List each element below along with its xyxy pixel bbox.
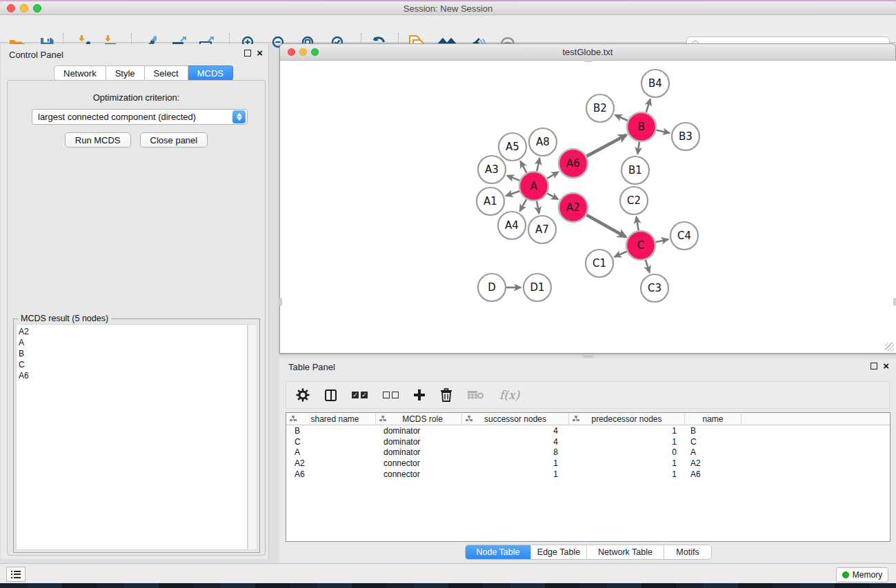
graph-edge[interactable] <box>637 142 639 154</box>
result-item[interactable]: A <box>19 337 247 348</box>
cell-name: B <box>685 426 741 436</box>
table-row[interactable]: A dominator 8 0 A <box>286 447 890 458</box>
graph-edge[interactable] <box>537 201 539 214</box>
network-hscroll-thumb[interactable] <box>583 354 594 358</box>
tab-network[interactable]: Network <box>54 65 106 81</box>
network-graph[interactable]: B4B2BB3A5A8A6A3B1AA1C2A2A4A7C4CC1DD1C3 <box>281 61 896 353</box>
graph-edge[interactable] <box>547 172 558 179</box>
table-panel-title: Table Panel <box>288 362 335 372</box>
result-item[interactable]: A2 <box>19 326 247 337</box>
graph-edge[interactable] <box>547 194 558 200</box>
svg-text:C4: C4 <box>677 230 691 242</box>
graph-edge[interactable] <box>646 99 650 112</box>
result-scrollbar[interactable] <box>248 324 257 550</box>
graph-node-C2[interactable]: C2 <box>620 187 648 214</box>
graph-node-C4[interactable]: C4 <box>670 222 698 250</box>
float-panel-icon[interactable] <box>244 50 251 57</box>
pan-handle-right[interactable] <box>893 298 896 306</box>
delete-column-button[interactable] <box>440 388 452 402</box>
create-column-button[interactable] <box>414 389 425 401</box>
graph-edge[interactable] <box>615 115 628 121</box>
graph-edge[interactable] <box>537 159 539 172</box>
pan-handle-left[interactable] <box>279 298 282 306</box>
graph-edge[interactable] <box>615 252 627 257</box>
network-window-titlebar[interactable]: testGlobe.txt <box>280 44 895 61</box>
tab-node-table[interactable]: Node Table <box>466 545 531 559</box>
tab-network-table[interactable]: Network Table <box>587 545 664 559</box>
svg-text:A: A <box>530 180 538 192</box>
graph-node-B4[interactable]: B4 <box>641 70 669 97</box>
memory-button[interactable]: Memory <box>836 567 888 582</box>
graph-edge[interactable] <box>656 239 668 242</box>
graph-node-A1[interactable]: A1 <box>477 187 504 215</box>
cell-successors: 4 <box>462 426 569 436</box>
cell-mcds-role: connector <box>376 469 462 479</box>
graph-edge[interactable] <box>657 130 670 133</box>
graph-node-B3[interactable]: B3 <box>672 123 699 150</box>
status-bar: Memory <box>0 563 896 583</box>
column-header-mcds-role[interactable]: MCDS role <box>376 413 462 425</box>
graph-edge[interactable] <box>507 176 519 181</box>
graph-node-A7[interactable]: A7 <box>528 216 556 243</box>
graph-edge[interactable] <box>646 260 650 272</box>
tab-style[interactable]: Style <box>106 65 145 81</box>
graph-node-A3[interactable]: A3 <box>478 156 506 183</box>
pan-handle-top[interactable] <box>584 59 593 62</box>
table-tabs: Node Table Edge Table Network Table Moti… <box>465 545 712 560</box>
graph-node-C[interactable]: C <box>626 231 655 260</box>
column-header-successor-nodes[interactable]: successor nodes <box>462 413 569 425</box>
graph-edge[interactable] <box>586 135 626 156</box>
graph-node-B1[interactable]: B1 <box>621 156 649 184</box>
mcds-result-list[interactable]: A2 A B C A6 <box>16 324 248 550</box>
run-mcds-button[interactable]: Run MCDS <box>65 132 131 148</box>
graph-node-C1[interactable]: C1 <box>586 250 613 277</box>
graph-node-D[interactable]: D <box>478 274 506 301</box>
table-row[interactable]: A6 connector 1 1 A6 <box>286 469 890 480</box>
close-panel-button[interactable]: Close panel <box>140 132 208 148</box>
graph-node-B[interactable]: B <box>627 112 656 141</box>
column-header-filler <box>741 413 890 425</box>
graph-node-A4[interactable]: A4 <box>498 212 526 239</box>
graph-node-D1[interactable]: D1 <box>524 274 551 301</box>
tab-edge-table[interactable]: Edge Table <box>531 545 587 559</box>
svg-text:A4: A4 <box>505 219 519 232</box>
close-panel-icon[interactable]: × <box>257 50 263 57</box>
close-table-panel-icon[interactable]: × <box>883 363 889 369</box>
result-item[interactable]: C <box>19 359 247 370</box>
graph-edge[interactable] <box>506 191 520 196</box>
graph-edge[interactable] <box>521 161 527 173</box>
graph-node-C3[interactable]: C3 <box>641 274 668 302</box>
cell-successors: 1 <box>462 469 569 479</box>
result-item[interactable]: B <box>19 348 247 359</box>
tab-select[interactable]: Select <box>145 65 188 81</box>
column-header-shared-name[interactable]: shared name <box>286 413 376 425</box>
graph-edge[interactable] <box>520 199 527 211</box>
node-table[interactable]: shared name MCDS role successor nodes pr… <box>286 412 890 542</box>
table-row[interactable]: C dominator 4 1 C <box>286 436 890 447</box>
graph-edge[interactable] <box>637 217 639 231</box>
cell-mcds-role: dominator <box>376 426 462 436</box>
column-header-name[interactable]: name <box>685 413 741 425</box>
graph-node-B2[interactable]: B2 <box>586 94 614 122</box>
unselect-all-columns-button[interactable] <box>383 392 399 398</box>
graph-node-A5[interactable]: A5 <box>499 133 526 161</box>
graph-edge[interactable] <box>586 215 626 237</box>
column-browse-button[interactable] <box>325 389 337 401</box>
criterion-select[interactable]: largest connected component (directed) <box>32 109 248 125</box>
graph-node-A[interactable]: A <box>519 172 548 201</box>
network-canvas[interactable]: B4B2BB3A5A8A6A3B1AA1C2A2A4A7C4CC1DD1C3 <box>281 61 896 353</box>
graph-node-A8[interactable]: A8 <box>529 128 557 156</box>
tab-motifs[interactable]: Motifs <box>664 545 711 559</box>
graph-node-A6[interactable]: A6 <box>559 149 588 178</box>
column-header-predecessor-nodes[interactable]: predecessor nodes <box>569 413 685 425</box>
graph-node-A2[interactable]: A2 <box>559 193 588 222</box>
tab-mcds[interactable]: MCDS <box>188 65 233 81</box>
table-row[interactable]: B dominator 4 1 B <box>286 425 890 436</box>
select-all-columns-button[interactable]: ✓ ✓ <box>352 392 368 398</box>
table-row[interactable]: A2 connector 1 1 A2 <box>286 458 890 469</box>
show-panels-button[interactable] <box>6 567 26 582</box>
float-table-panel-icon[interactable] <box>870 363 877 369</box>
result-item[interactable]: A6 <box>19 370 247 381</box>
table-settings-button[interactable] <box>296 388 310 402</box>
window-resize-grip[interactable] <box>885 343 894 352</box>
